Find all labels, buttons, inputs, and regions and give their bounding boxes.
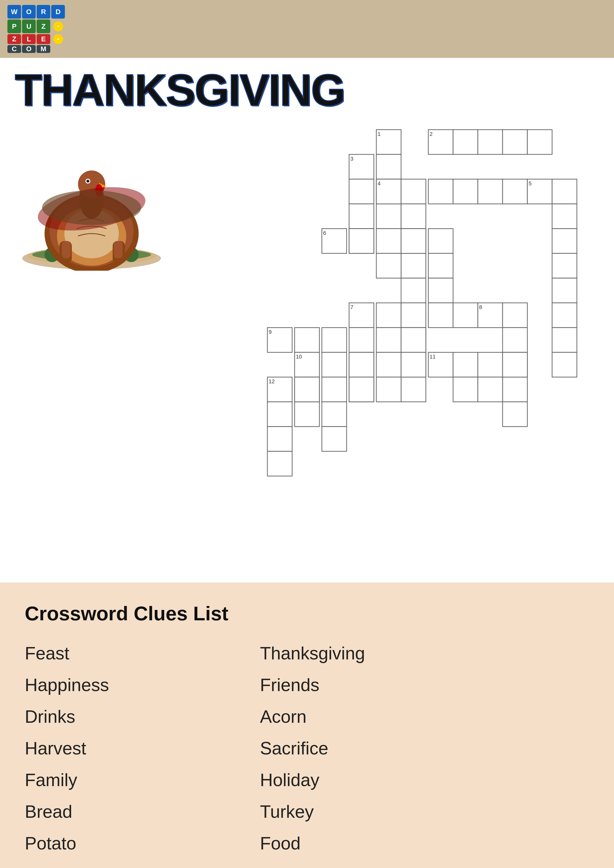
svg-text:1: 1 bbox=[378, 131, 381, 137]
svg-rect-111 bbox=[322, 377, 347, 402]
svg-rect-101 bbox=[376, 352, 401, 377]
clues-grid: Feast Thanksgiving Happiness Friends Dri… bbox=[25, 640, 421, 857]
svg-rect-81 bbox=[503, 377, 527, 402]
svg-rect-82 bbox=[503, 402, 527, 426]
logo-u: U bbox=[22, 20, 36, 33]
header: W O R D P U Z • Z L E • C O M bbox=[0, 0, 614, 58]
svg-rect-53 bbox=[552, 278, 577, 303]
clue-bread: Bread bbox=[25, 798, 186, 825]
svg-rect-59 bbox=[401, 253, 426, 278]
svg-text:3: 3 bbox=[350, 156, 353, 162]
svg-text:9: 9 bbox=[269, 329, 272, 335]
svg-rect-33 bbox=[503, 130, 527, 154]
svg-point-21 bbox=[86, 180, 89, 183]
logo-d: D bbox=[51, 5, 65, 19]
page-title: THANKSGIVING bbox=[15, 68, 599, 112]
clue-thanksgiving: Thanksgiving bbox=[260, 640, 421, 666]
turkey-image bbox=[15, 160, 168, 271]
crossword-svg: .cw-cell { fill: white; stroke: #666; st… bbox=[178, 122, 599, 567]
svg-text:5: 5 bbox=[529, 180, 532, 186]
clue-happiness: Happiness bbox=[25, 671, 186, 698]
svg-rect-99 bbox=[322, 352, 347, 377]
svg-text:4: 4 bbox=[378, 180, 381, 186]
svg-rect-42 bbox=[401, 179, 426, 204]
svg-rect-75 bbox=[453, 303, 478, 328]
clue-feast: Feast bbox=[25, 640, 186, 666]
svg-rect-118 bbox=[322, 426, 347, 451]
logo-r: R bbox=[37, 5, 50, 19]
svg-rect-102 bbox=[401, 352, 426, 377]
svg-text:2: 2 bbox=[429, 131, 432, 137]
logo-o1: O bbox=[22, 5, 36, 19]
svg-rect-88 bbox=[295, 328, 319, 352]
svg-text:12: 12 bbox=[269, 378, 275, 384]
svg-rect-85 bbox=[401, 377, 426, 402]
clue-potato: Potato bbox=[25, 830, 186, 857]
clue-friends: Friends bbox=[260, 671, 421, 698]
turkey-svg bbox=[15, 160, 168, 271]
clue-turkey: Turkey bbox=[260, 798, 421, 825]
logo-w: W bbox=[8, 5, 21, 19]
svg-rect-73 bbox=[401, 303, 426, 328]
svg-rect-68 bbox=[428, 278, 453, 303]
svg-rect-28 bbox=[376, 204, 401, 229]
svg-point-23 bbox=[42, 190, 141, 225]
svg-text:10: 10 bbox=[296, 353, 302, 360]
svg-rect-116 bbox=[267, 451, 292, 476]
clue-acorn: Acorn bbox=[260, 703, 421, 730]
svg-rect-50 bbox=[552, 204, 577, 229]
svg-rect-91 bbox=[376, 328, 401, 352]
svg-rect-100 bbox=[349, 352, 374, 377]
svg-rect-31 bbox=[453, 130, 478, 154]
svg-rect-112 bbox=[349, 377, 374, 402]
svg-rect-26 bbox=[376, 154, 401, 179]
logo-dot2: • bbox=[53, 34, 63, 44]
svg-rect-119 bbox=[453, 377, 478, 402]
svg-rect-52 bbox=[552, 253, 577, 278]
svg-rect-32 bbox=[478, 130, 503, 154]
svg-rect-79 bbox=[503, 328, 527, 352]
crossword-container: .cw-cell { fill: white; stroke: #666; st… bbox=[178, 122, 599, 567]
svg-rect-67 bbox=[428, 253, 453, 278]
svg-rect-56 bbox=[552, 352, 577, 377]
svg-rect-105 bbox=[453, 352, 478, 377]
svg-rect-15 bbox=[114, 241, 123, 258]
logo-z1: Z bbox=[37, 20, 50, 33]
svg-rect-110 bbox=[295, 377, 319, 402]
clue-food: Food bbox=[260, 830, 421, 857]
svg-rect-114 bbox=[267, 402, 292, 426]
logo-z2: Z bbox=[8, 34, 21, 44]
svg-rect-69 bbox=[376, 253, 401, 278]
logo-l: L bbox=[22, 34, 36, 44]
svg-text:7: 7 bbox=[350, 304, 353, 310]
svg-rect-63 bbox=[349, 229, 374, 253]
svg-rect-78 bbox=[503, 303, 527, 328]
logo: W O R D P U Z • Z L E • C O M bbox=[8, 5, 65, 53]
svg-rect-66 bbox=[428, 229, 453, 253]
puzzle-area: .cw-cell { fill: white; stroke: #666; st… bbox=[15, 122, 599, 567]
main-content: THANKSGIVING bbox=[0, 58, 614, 583]
svg-rect-65 bbox=[401, 229, 426, 253]
svg-rect-92 bbox=[401, 328, 426, 352]
svg-rect-43 bbox=[428, 179, 453, 204]
svg-rect-44 bbox=[453, 179, 478, 204]
logo-c: C bbox=[8, 45, 21, 53]
svg-rect-46 bbox=[503, 179, 527, 204]
svg-rect-120 bbox=[478, 377, 503, 402]
clue-family: Family bbox=[25, 767, 186, 793]
svg-text:6: 6 bbox=[323, 230, 326, 236]
svg-rect-74 bbox=[428, 303, 453, 328]
svg-rect-60 bbox=[401, 278, 426, 303]
svg-rect-89 bbox=[322, 328, 347, 352]
svg-rect-90 bbox=[349, 328, 374, 352]
svg-rect-115 bbox=[267, 426, 292, 451]
svg-rect-55 bbox=[552, 328, 577, 352]
clue-sacrifice: Sacrifice bbox=[260, 735, 421, 762]
svg-rect-57 bbox=[401, 204, 426, 229]
svg-rect-107 bbox=[503, 352, 527, 377]
svg-rect-37 bbox=[349, 179, 374, 204]
svg-rect-64 bbox=[376, 229, 401, 253]
logo-p: P bbox=[8, 20, 21, 33]
svg-rect-106 bbox=[478, 352, 503, 377]
svg-rect-98 bbox=[295, 402, 319, 426]
